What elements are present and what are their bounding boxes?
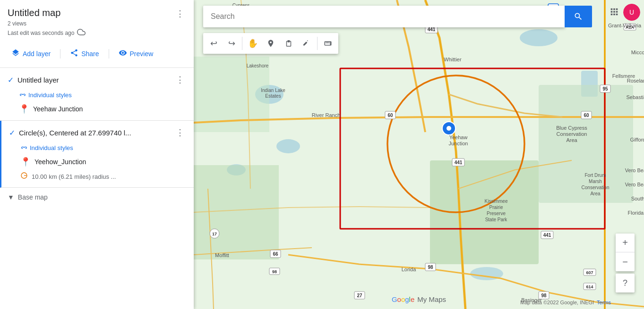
watermark-google: Google xyxy=(392,295,414,303)
svg-text:27: 27 xyxy=(357,293,362,298)
place-pin-icon-2: 📍 xyxy=(20,157,31,167)
svg-text:Gifford: Gifford xyxy=(630,137,644,142)
map-attribution: Map data ©2022 Google, INEGI Terms xyxy=(520,300,611,305)
help-button[interactable]: ? xyxy=(616,274,635,292)
add-layer-button[interactable]: Add layer xyxy=(8,46,54,62)
svg-text:60: 60 xyxy=(584,113,589,118)
layer-1-checkbox[interactable]: ✓ xyxy=(8,75,14,84)
layer-1-content: Individual styles 📍 Yeehaw Junction xyxy=(0,88,194,120)
watermark-mymaps: My Maps xyxy=(417,295,446,303)
svg-text:Vero Bea...: Vero Bea... xyxy=(625,167,644,173)
layer-2-checkbox[interactable]: ✓ xyxy=(9,128,15,137)
svg-text:Grant-Valkaria: Grant-Valkaria xyxy=(608,23,642,28)
svg-text:Florida...: Florida... xyxy=(628,210,644,216)
action-divider2 xyxy=(109,49,109,58)
redo-button[interactable]: ↪ xyxy=(223,35,240,52)
svg-point-18 xyxy=(447,126,451,131)
sidebar: Untitled map 2 views Last edit was secon… xyxy=(0,0,194,309)
svg-text:Blue Cypress: Blue Cypress xyxy=(556,125,587,131)
map-meta: 2 views Last edit was seconds ago xyxy=(8,19,86,38)
map-menu-button[interactable]: ⋮ xyxy=(174,8,186,20)
svg-text:Yeehaw: Yeehaw xyxy=(449,134,468,140)
layer-1-place[interactable]: 📍 Yeehaw Junction xyxy=(19,101,186,117)
layer-1-style-link[interactable]: Individual styles xyxy=(19,89,186,101)
user-avatar[interactable]: U xyxy=(623,4,640,21)
svg-text:Lorida: Lorida xyxy=(402,267,416,272)
toolbar-separator-2 xyxy=(317,37,318,50)
attribution-text: Map data ©2022 Google, INEGI xyxy=(520,300,594,305)
svg-text:Prairie: Prairie xyxy=(489,205,503,210)
terms-link[interactable]: Terms xyxy=(597,300,611,305)
layer-2-style-label: Individual styles xyxy=(30,144,73,151)
pan-button[interactable]: ✋ xyxy=(244,35,261,52)
sidebar-header: Untitled map 2 views Last edit was secon… xyxy=(0,0,194,42)
svg-text:Fort Drum: Fort Drum xyxy=(585,173,606,178)
layer-2-style-link[interactable]: Individual styles xyxy=(20,142,186,154)
measure-button[interactable] xyxy=(319,35,336,52)
zoom-out-button[interactable]: − xyxy=(616,252,635,271)
layer-1-header: ✓ Untitled layer ⋮ xyxy=(0,68,194,88)
layer-1-menu-button[interactable]: ⋮ xyxy=(174,74,186,86)
svg-text:Lakeshore: Lakeshore xyxy=(247,63,269,68)
svg-text:Preserve: Preserve xyxy=(487,211,506,216)
svg-text:607: 607 xyxy=(586,270,593,275)
last-edit-text: Last edit was seconds ago xyxy=(8,29,74,37)
map-toolbar: ↩ ↪ ✋ xyxy=(203,33,338,54)
layer-2-header: ✓ Circle(s), Centered at 27.699740 l... … xyxy=(1,121,194,141)
svg-text:Moffitt: Moffitt xyxy=(215,252,229,258)
layer-2-content: Individual styles 📍 Yeehow_Junction 10.0… xyxy=(1,141,194,187)
svg-text:Junction: Junction xyxy=(449,141,468,146)
svg-text:River Ranch: River Ranch xyxy=(312,112,341,118)
svg-text:Kissimmee: Kissimmee xyxy=(485,199,508,204)
line-button[interactable] xyxy=(280,35,297,52)
layer-1: ✓ Untitled layer ⋮ Individual styles 📍 Y… xyxy=(0,68,194,121)
layer-1-title: Untitled layer xyxy=(17,76,59,84)
layer-2-place[interactable]: 📍 Yeehow_Junction xyxy=(20,154,186,169)
svg-rect-11 xyxy=(194,165,279,259)
toolbar-separator-1 xyxy=(242,37,242,50)
svg-text:South: South xyxy=(631,196,644,201)
radius-text: 10.00 km (6.21 miles) radius ... xyxy=(32,173,116,180)
map-area[interactable]: 441 441 441 60 60 95 98 98 66 17 27 xyxy=(194,0,644,309)
share-icon xyxy=(70,49,78,59)
search-button[interactable] xyxy=(565,6,592,27)
layer-2-menu-button[interactable]: ⋮ xyxy=(174,126,186,139)
edit-route-button[interactable] xyxy=(298,35,315,52)
svg-text:Marsh: Marsh xyxy=(589,179,602,184)
undo-button[interactable]: ↩ xyxy=(205,35,222,52)
preview-icon xyxy=(119,49,127,59)
style-icon-1 xyxy=(19,91,26,100)
zoom-controls: + − xyxy=(616,234,635,271)
chevron-down-icon: ▼ xyxy=(8,193,14,201)
marker-button[interactable] xyxy=(262,35,279,52)
svg-point-4 xyxy=(276,139,300,153)
view-count: 2 views xyxy=(8,19,86,28)
map-title: Untitled map xyxy=(8,8,86,18)
base-map-section: ▼ Base map xyxy=(0,188,194,207)
place-pin-icon-1: 📍 xyxy=(19,104,29,114)
radius-item[interactable]: 10.00 km (6.21 miles) radius ... xyxy=(20,169,186,184)
svg-text:Sebastian: Sebastian xyxy=(627,94,644,100)
layer-1-place-name: Yeehaw Junction xyxy=(33,105,83,113)
layers-icon xyxy=(11,49,20,59)
svg-text:441: 441 xyxy=(455,160,463,165)
layer-2: ✓ Circle(s), Centered at 27.699740 l... … xyxy=(0,121,194,188)
svg-text:95: 95 xyxy=(602,86,608,92)
share-label: Share xyxy=(81,50,99,58)
layer-2-title: Circle(s), Centered at 27.699740 l... xyxy=(19,129,131,137)
apps-grid-button[interactable] xyxy=(609,7,619,19)
svg-text:441: 441 xyxy=(543,233,551,238)
svg-text:Conservation: Conservation xyxy=(582,185,610,190)
share-button[interactable]: Share xyxy=(66,46,103,62)
cloud-save-button[interactable] xyxy=(77,28,86,38)
avatar-image: U xyxy=(623,4,640,21)
svg-text:60: 60 xyxy=(387,113,393,118)
svg-text:17: 17 xyxy=(212,232,217,236)
search-input[interactable] xyxy=(203,6,565,27)
svg-text:State Park: State Park xyxy=(485,217,508,222)
svg-text:Estates: Estates xyxy=(265,93,281,99)
preview-button[interactable]: Preview xyxy=(115,46,157,62)
svg-text:66: 66 xyxy=(273,251,278,257)
zoom-in-button[interactable]: + xyxy=(616,234,635,252)
add-layer-label: Add layer xyxy=(23,50,51,58)
